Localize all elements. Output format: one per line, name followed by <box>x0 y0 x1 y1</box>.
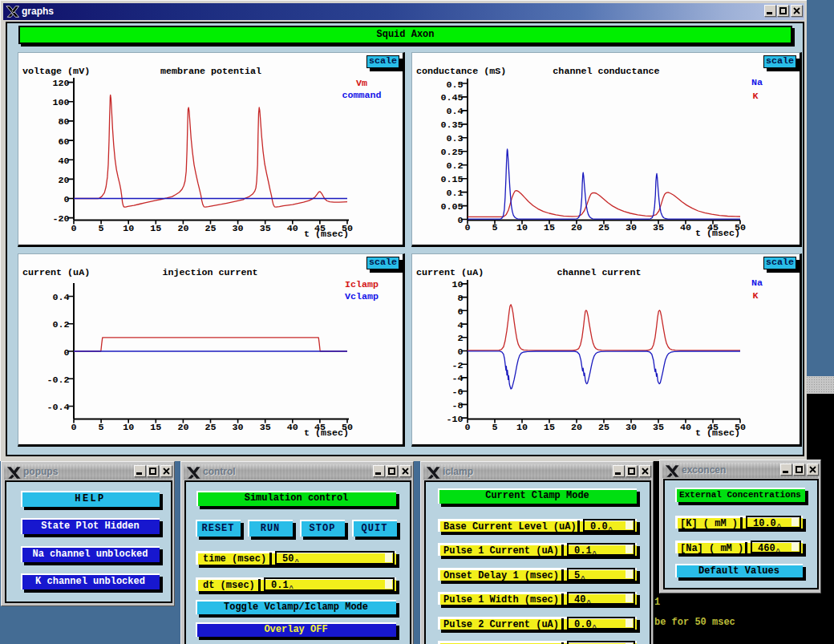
svg-text:40: 40 <box>287 223 298 234</box>
svg-text:0.45: 0.45 <box>440 92 463 103</box>
svg-text:5: 5 <box>99 223 104 234</box>
svg-text:t (msec): t (msec) <box>304 427 349 439</box>
svg-text:Iclamp: Iclamp <box>345 279 379 290</box>
svg-text:-10: -10 <box>446 414 463 425</box>
svg-text:80: 80 <box>58 116 69 128</box>
svg-text:20: 20 <box>571 422 582 433</box>
svg-text:0.2: 0.2 <box>52 319 69 330</box>
svg-text:-20: -20 <box>52 213 69 225</box>
svg-text:0: 0 <box>464 422 470 433</box>
svg-text:channel conductance: channel conductance <box>553 66 659 77</box>
svg-text:40: 40 <box>58 156 69 167</box>
svg-text:0.2: 0.2 <box>446 160 463 172</box>
svg-text:15: 15 <box>544 422 555 433</box>
svg-text:current (uA): current (uA) <box>22 267 90 278</box>
svg-text:-4: -4 <box>451 373 463 384</box>
svg-text:t (msec): t (msec) <box>304 229 349 240</box>
svg-text:10: 10 <box>516 422 528 433</box>
svg-text:0.35: 0.35 <box>440 119 463 131</box>
svg-text:Na: Na <box>751 77 763 88</box>
svg-text:20: 20 <box>177 422 188 433</box>
svg-text:25: 25 <box>598 422 609 433</box>
svg-text:Na: Na <box>751 277 763 289</box>
svg-text:0.05: 0.05 <box>440 201 463 213</box>
svg-text:-2: -2 <box>451 360 463 371</box>
svg-text:0.25: 0.25 <box>440 147 463 158</box>
svg-text:K: K <box>752 91 759 102</box>
svg-text:conductance (mS): conductance (mS) <box>416 66 506 77</box>
svg-text:Vclamp: Vclamp <box>345 291 379 302</box>
svg-text:channel current: channel current <box>557 267 641 278</box>
svg-text:t (msec): t (msec) <box>695 427 740 439</box>
svg-text:0: 0 <box>63 347 69 358</box>
svg-text:t (msec): t (msec) <box>695 228 740 239</box>
svg-text:5: 5 <box>99 422 104 433</box>
svg-text:25: 25 <box>204 223 216 234</box>
svg-text:10: 10 <box>123 223 134 234</box>
svg-text:4: 4 <box>457 320 463 331</box>
svg-text:0: 0 <box>63 194 69 205</box>
svg-text:-6: -6 <box>451 387 463 398</box>
svg-text:0.3: 0.3 <box>446 133 463 144</box>
svg-text:40: 40 <box>287 422 298 433</box>
svg-text:Vm: Vm <box>356 78 367 89</box>
svg-text:0: 0 <box>71 223 76 234</box>
svg-text:injection current: injection current <box>162 267 257 278</box>
svg-text:current (uA): current (uA) <box>416 267 484 278</box>
svg-text:2: 2 <box>457 333 463 344</box>
svg-text:35: 35 <box>260 422 271 433</box>
svg-text:0: 0 <box>457 215 463 226</box>
svg-text:20: 20 <box>177 223 188 234</box>
svg-text:30: 30 <box>233 422 244 433</box>
svg-text:100: 100 <box>52 97 69 108</box>
svg-text:15: 15 <box>150 223 161 234</box>
svg-text:0.4: 0.4 <box>446 106 463 117</box>
svg-text:0: 0 <box>457 346 463 358</box>
svg-text:30: 30 <box>233 223 244 234</box>
svg-text:10: 10 <box>451 279 463 290</box>
svg-text:35: 35 <box>653 422 664 433</box>
svg-text:5: 5 <box>492 422 497 433</box>
svg-text:0.1: 0.1 <box>446 188 463 199</box>
svg-text:10: 10 <box>123 422 134 433</box>
svg-text:K: K <box>752 290 759 302</box>
svg-text:25: 25 <box>204 422 216 433</box>
svg-text:8: 8 <box>457 293 463 304</box>
svg-text:60: 60 <box>58 136 69 148</box>
svg-text:-0.2: -0.2 <box>47 375 69 386</box>
svg-text:command: command <box>342 90 381 101</box>
svg-text:0.15: 0.15 <box>440 174 463 185</box>
svg-text:15: 15 <box>150 422 161 433</box>
svg-text:40: 40 <box>680 422 691 433</box>
svg-text:voltage (mV): voltage (mV) <box>22 66 90 77</box>
svg-text:0: 0 <box>71 422 76 433</box>
svg-text:0.5: 0.5 <box>446 79 463 91</box>
svg-text:20: 20 <box>58 175 69 186</box>
svg-text:membrane potential: membrane potential <box>160 66 261 77</box>
svg-text:120: 120 <box>52 78 69 89</box>
svg-text:30: 30 <box>626 422 637 433</box>
svg-text:6: 6 <box>457 306 463 318</box>
svg-text:-0.4: -0.4 <box>47 402 69 413</box>
svg-text:0.4: 0.4 <box>52 292 69 303</box>
svg-text:35: 35 <box>260 223 271 234</box>
svg-text:-8: -8 <box>451 400 463 411</box>
